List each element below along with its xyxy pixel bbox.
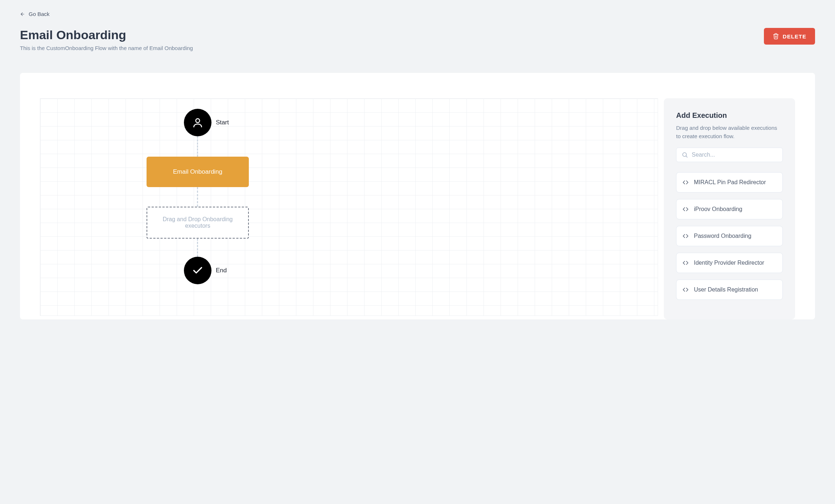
execution-item-label: iProov Onboarding (694, 206, 742, 212)
page-title: Email Onboarding (20, 28, 193, 42)
code-icon (682, 286, 689, 293)
delete-button[interactable]: DELETE (764, 28, 815, 45)
execution-item-label: Identity Provider Redirector (694, 260, 764, 266)
execution-item-label: Password Onboarding (694, 233, 751, 239)
editor-card: Start Email Onboarding Drag and Drop Onb… (20, 73, 815, 319)
execution-item-label: MIRACL Pin Pad Redirector (694, 179, 766, 186)
flow-connector (197, 187, 198, 207)
end-node[interactable]: End (184, 257, 227, 284)
end-node-label: End (216, 267, 227, 274)
delete-button-label: DELETE (783, 33, 806, 40)
page-subtitle: This is the CustomOnboarding Flow with t… (20, 45, 193, 51)
flow-connector (197, 136, 198, 157)
start-node[interactable]: Start (184, 109, 229, 136)
go-back-label: Go Back (29, 11, 50, 17)
execution-item[interactable]: iProov Onboarding (676, 199, 783, 219)
svg-point-2 (683, 153, 687, 157)
code-icon (682, 260, 689, 266)
check-icon (192, 265, 203, 276)
flow-canvas[interactable]: Start Email Onboarding Drag and Drop Onb… (40, 98, 658, 316)
trash-icon (773, 33, 779, 40)
drop-zone-hint: Drag and Drop Onboarding executors (162, 216, 234, 229)
code-icon (682, 233, 689, 239)
svg-point-1 (196, 119, 200, 123)
end-node-circle (184, 257, 211, 284)
execution-item[interactable]: Identity Provider Redirector (676, 253, 783, 273)
flow-connector (197, 239, 198, 257)
execution-item[interactable]: User Details Registration (676, 280, 783, 300)
user-icon (192, 117, 203, 128)
search-input[interactable] (692, 152, 777, 158)
svg-line-3 (686, 156, 687, 157)
execution-item[interactable]: MIRACL Pin Pad Redirector (676, 172, 783, 193)
page-header: Email Onboarding This is the CustomOnboa… (20, 28, 815, 51)
add-execution-panel: Add Execution Drag and drop below availa… (664, 98, 795, 319)
drop-zone[interactable]: Drag and Drop Onboarding executors (147, 207, 249, 239)
start-node-circle (184, 109, 211, 136)
flow-step-label: Email Onboarding (173, 168, 222, 175)
execution-item-label: User Details Registration (694, 286, 758, 293)
flow-step-box[interactable]: Email Onboarding (147, 157, 249, 187)
search-icon (682, 152, 688, 158)
execution-item[interactable]: Password Onboarding (676, 226, 783, 246)
arrow-left-icon (20, 12, 25, 17)
sidebar-title: Add Execution (676, 111, 783, 120)
sidebar-subtitle: Drag and drop below available executions… (676, 124, 783, 140)
code-icon (682, 179, 689, 186)
go-back-button[interactable]: Go Back (20, 11, 50, 17)
search-input-wrapper[interactable] (676, 148, 783, 162)
start-node-label: Start (216, 119, 229, 126)
code-icon (682, 206, 689, 212)
